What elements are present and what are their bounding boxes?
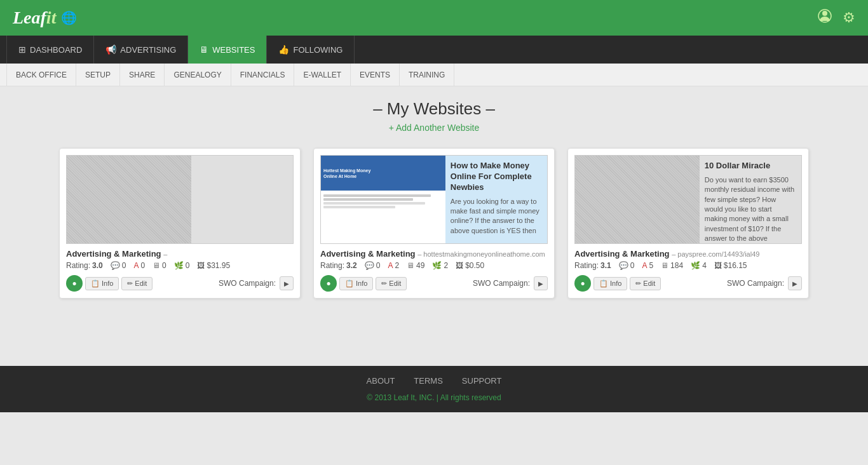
edit-button-2[interactable]: ✏ Edit <box>376 277 407 290</box>
price-2: 🖼 $0.50 <box>456 261 484 270</box>
leaf-icon: 🌿 <box>174 261 184 270</box>
nav-following[interactable]: 👍 FOLLOWING <box>267 36 355 64</box>
price-icon-3: 🖼 <box>714 261 722 270</box>
leaves-count-3: 🌿 4 <box>691 261 707 270</box>
edit-button-3[interactable]: ✏ Edit <box>630 277 661 290</box>
websites-icon: 🖥 <box>200 44 208 55</box>
footer-support[interactable]: SUPPORT <box>462 376 502 386</box>
card-preview-text-3: 10 Dollar Miracle Do you want to earn $3… <box>700 156 801 243</box>
footer-about[interactable]: ABOUT <box>367 376 395 386</box>
swo-play-button-1[interactable]: ▶ <box>280 276 294 290</box>
card-preview-1 <box>66 155 294 244</box>
subnav-genealogy[interactable]: GENEALOGY <box>165 64 231 86</box>
info-button-1[interactable]: 📋 Info <box>85 277 119 290</box>
comments-count-2: 💬 0 <box>365 261 381 270</box>
price-icon-2: 🖼 <box>456 261 463 270</box>
card-preview-2: Hottest Making MoneyOnline At Home How t… <box>320 155 548 244</box>
comment-icon: 💬 <box>111 261 120 270</box>
nav-advertising[interactable]: 📢 ADVERTISING <box>94 36 188 64</box>
leaves-count-1: 🌿 0 <box>174 261 190 270</box>
swo-play-button-3[interactable]: ▶ <box>788 276 802 290</box>
swo-campaign-2: SWO Campaign: ▶ <box>473 276 548 290</box>
rating-value-3: Rating: 3.1 <box>574 261 611 270</box>
alert-icon: A <box>133 261 139 270</box>
rating-value-2: Rating: 3.2 <box>320 261 357 270</box>
settings-icon[interactable]: ⚙ <box>843 10 855 26</box>
info-icon-1: 📋 <box>91 280 100 288</box>
edit-icon-2: ✏ <box>381 280 387 288</box>
page-title: – My Websites – <box>13 99 855 119</box>
subnav-setup[interactable]: SETUP <box>76 64 120 86</box>
add-website-link[interactable]: + Add Another Website <box>13 123 855 133</box>
footer-links: ABOUT TERMS SUPPORT <box>13 376 855 386</box>
footer-copyright: © 2013 Leaf It, INC. | All rights reserv… <box>13 393 855 402</box>
action-buttons-2: ● 📋 Info ✏ Edit <box>320 275 407 292</box>
card-thumbnail-2: Hottest Making MoneyOnline At Home <box>321 156 445 243</box>
edit-icon-3: ✏ <box>635 280 641 288</box>
nav-dashboard[interactable]: ⊞ DASHBOARD <box>6 36 94 64</box>
subnav-training[interactable]: TRAINING <box>400 64 454 86</box>
subnav-financials[interactable]: FINANCIALS <box>231 64 295 86</box>
card-rating-1: Rating: 3.0 💬 0 A 0 🖥 0 🌿 0 <box>66 261 294 270</box>
screens-count-2: 🖥 49 <box>407 261 424 270</box>
comments-count-3: 💬 0 <box>619 261 635 270</box>
price-3: 🖼 $16.15 <box>714 261 747 270</box>
logo-text: Leafit <box>13 8 56 28</box>
card-title-1: Advertising & Marketing – <box>66 249 294 259</box>
top-nav-right: ⚙ <box>817 8 855 27</box>
avatar-icon[interactable] <box>817 8 832 27</box>
edit-icon-1: ✏ <box>127 280 133 288</box>
leaf-icon-2: 🌿 <box>432 261 442 270</box>
leaves-count-2: 🌿 2 <box>432 261 448 270</box>
screen-icon: 🖥 <box>153 261 160 270</box>
add-website-anchor[interactable]: + Add Another Website <box>389 123 480 133</box>
alerts-count-3: A 5 <box>642 261 653 270</box>
subnav-back-office[interactable]: BACK OFFICE <box>6 64 76 86</box>
swo-play-button-2[interactable]: ▶ <box>534 276 548 290</box>
info-button-2[interactable]: 📋 Info <box>339 277 373 290</box>
activate-button-3[interactable]: ● <box>574 275 591 292</box>
card-preview-3: 10 Dollar Miracle Do you want to earn $3… <box>574 155 802 244</box>
sub-navigation: BACK OFFICE SETUP SHARE GENEALOGY FINANC… <box>0 64 868 86</box>
card-thumbnail-1 <box>67 156 191 243</box>
logo[interactable]: Leafit 🌐 <box>13 8 77 28</box>
nav-websites[interactable]: 🖥 WEBSITES <box>188 36 267 64</box>
edit-button-1[interactable]: ✏ Edit <box>121 277 153 290</box>
card-rating-2: Rating: 3.2 💬 0 A 2 🖥 49 🌿 2 <box>320 261 548 270</box>
page-content: – My Websites – + Add Another Website Ad… <box>0 86 868 366</box>
info-button-3[interactable]: 📋 Info <box>593 277 627 290</box>
swo-campaign-3: SWO Campaign: ▶ <box>727 276 802 290</box>
alert-icon-2: A <box>388 261 393 270</box>
activate-button-1[interactable]: ● <box>66 275 83 292</box>
screens-count-3: 🖥 184 <box>661 261 683 270</box>
card-thumbnail-3 <box>575 156 700 243</box>
activate-button-2[interactable]: ● <box>320 275 337 292</box>
subnav-ewallet[interactable]: E-WALLET <box>294 64 351 86</box>
action-buttons-3: ● 📋 Info ✏ Edit <box>574 275 661 292</box>
website-card-1: Advertising & Marketing – Rating: 3.0 💬 … <box>59 148 301 299</box>
nav-following-label: FOLLOWING <box>293 45 342 55</box>
subnav-share[interactable]: SHARE <box>120 64 165 86</box>
card-title-2: Advertising & Marketing – hottestmakingm… <box>320 249 548 259</box>
nav-websites-label: WEBSITES <box>212 45 255 55</box>
website-card-2: Hottest Making MoneyOnline At Home How t… <box>313 148 555 299</box>
globe-icon[interactable]: 🌐 <box>61 10 77 25</box>
info-icon-3: 📋 <box>599 280 608 288</box>
info-icon-2: 📋 <box>345 280 354 288</box>
subnav-events[interactable]: EVENTS <box>351 64 400 86</box>
price-1: 🖼 $31.95 <box>197 261 230 270</box>
footer-terms[interactable]: TERMS <box>414 376 443 386</box>
price-icon-1: 🖼 <box>197 261 205 270</box>
screens-count-1: 🖥 0 <box>153 261 166 270</box>
alert-icon-3: A <box>642 261 647 270</box>
card-rating-3: Rating: 3.1 💬 0 A 5 🖥 184 🌿 4 <box>574 261 802 270</box>
top-navigation: Leafit 🌐 ⚙ <box>0 0 868 36</box>
main-navigation: ⊞ DASHBOARD 📢 ADVERTISING 🖥 WEBSITES 👍 F… <box>0 36 868 64</box>
alerts-count-1: A 0 <box>133 261 145 270</box>
comments-count-1: 💬 0 <box>111 261 126 270</box>
nav-advertising-label: ADVERTISING <box>120 45 176 55</box>
svg-point-0 <box>822 11 827 16</box>
card-actions-1: ● 📋 Info ✏ Edit SWO Campaign: ▶ <box>66 275 294 292</box>
rating-value-1: Rating: 3.0 <box>66 261 103 270</box>
comment-icon-3: 💬 <box>619 261 628 270</box>
